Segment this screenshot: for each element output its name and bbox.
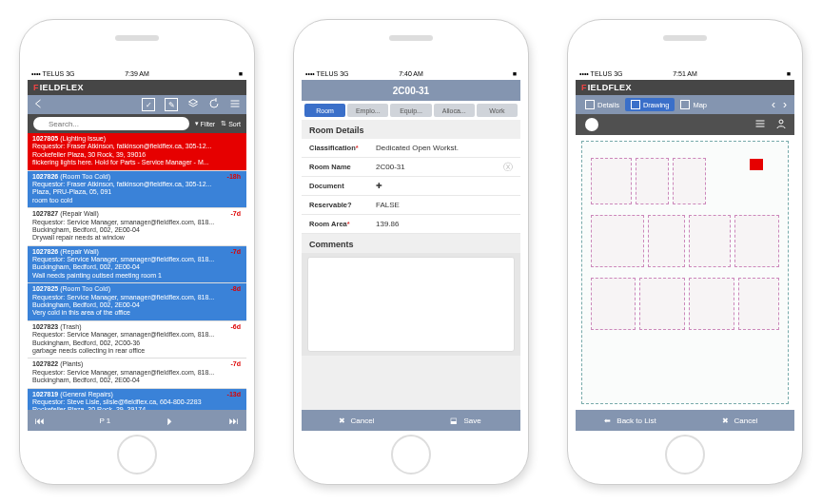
work-order-list[interactable]: 1027805 (Lighting Issue)Requestor: Frase… [28,133,246,410]
drawing-icon [631,100,640,109]
save-icon: ⬓ [450,417,458,425]
details-icon [585,100,595,109]
comments-textarea[interactable] [307,257,515,352]
sort-button[interactable]: ⇅ Sort [221,120,241,127]
close-icon: ✖ [339,417,345,425]
brand-header: FIELDFLEX [576,80,794,95]
work-order-row[interactable]: -7d1027826 (Repair Wall)Requestor: Servi… [28,246,246,284]
floorplan-canvas[interactable] [576,135,794,410]
selected-room-marker[interactable] [750,159,763,170]
tab-work[interactable]: Work [477,104,518,117]
cancel-button[interactable]: ✖Cancel [302,417,411,425]
layers-icon[interactable] [187,98,199,111]
save-button[interactable]: ⬓Save [411,417,520,425]
page-next-icon[interactable]: ⏵ [166,416,175,426]
seg-drawing[interactable]: Drawing [625,98,675,111]
section-room-details: Room Details [302,120,520,139]
ios-status-bar: •••• TELUS 3G7:39 AM■ [28,68,246,80]
search-input[interactable] [33,117,189,130]
tab-room[interactable]: Room [304,104,345,117]
close-icon: ✖ [722,417,729,425]
field-classification[interactable]: Classification*Dedicated Open Workst. [302,139,520,158]
back-icon: ⬅ [604,417,611,425]
ios-status-bar: •••• TELUS 3G7:51 AM■ [576,68,794,80]
chevron-right-icon[interactable]: › [779,98,791,111]
pager-bar: ⏮ P 1 ⏵ ⏭ [28,410,246,431]
field-document[interactable]: Document✚ [302,177,520,196]
map-icon [680,100,690,109]
phone-room-details: •••• TELUS 3G7:40 AM■ 2C00-31 RoomEmplo.… [293,19,529,485]
filter-button[interactable]: ▾ Filter [195,120,216,127]
brand-glyph: F [33,83,39,92]
tab-equip[interactable]: Equip... [390,104,431,117]
ios-status-bar: •••• TELUS 3G7:40 AM■ [302,68,520,80]
chevron-left-icon[interactable]: ‹ [768,98,779,111]
floorplan-footer: ⬅Back to List ✖Cancel [576,410,794,431]
work-order-row[interactable]: -6d1027823 (Trash)Requestor: Service Man… [28,321,246,359]
checklist-icon[interactable]: ✓ [142,98,155,111]
room-form: Classification*Dedicated Open Workst.Roo… [302,139,520,234]
seg-details[interactable]: Details [579,98,625,111]
location-pill[interactable] [585,118,598,131]
brand-header: FIELDFLEX [28,80,246,95]
field-room-name[interactable]: Room Name2C00-31ⓧ [302,158,520,177]
room-title: 2C00-31 [393,86,429,96]
page-first-icon[interactable]: ⏮ [35,416,45,426]
work-order-row[interactable]: -7d1027827 (Repair Wall)Requestor: Servi… [28,208,246,246]
detail-footer: ✖Cancel ⬓Save [302,410,520,431]
search-row: ▾ Filter ⇅ Sort [28,114,246,133]
section-comments: Comments [302,234,520,253]
work-order-row[interactable]: -18h1027826 (Room Too Cold)Requestor: Fr… [28,171,246,209]
edit-icon[interactable]: ✎ [165,98,178,111]
work-order-row[interactable]: -13d1027819 (General Repairs)Requestor: … [28,389,246,410]
refresh-icon[interactable] [208,98,220,111]
field-room-area[interactable]: Room Area*139.86 [302,215,520,234]
user-icon[interactable] [775,118,787,132]
clear-icon[interactable]: ⓧ [503,161,513,174]
menu-icon[interactable] [229,98,241,111]
detail-header: 2C00-31 [302,80,520,101]
back-icon[interactable] [33,98,45,111]
detail-tabs: RoomEmplo...Equip...Alloca...Work [302,101,520,120]
page-last-icon[interactable]: ⏭ [229,416,239,426]
field-reservable-[interactable]: Reservable?FALSE [302,196,520,215]
back-to-list-button[interactable]: ⬅Back to List [576,417,685,425]
view-segment-bar: DetailsDrawingMap ‹ › [576,95,794,114]
location-bar [576,114,794,135]
work-order-row[interactable]: 1027805 (Lighting Issue)Requestor: Frase… [28,133,246,171]
cancel-button[interactable]: ✖Cancel [685,417,794,425]
phone-floorplan: •••• TELUS 3G7:51 AM■ FIELDFLEX DetailsD… [567,19,803,485]
brand-glyph: F [581,83,587,92]
page-indicator: P 1 [99,417,110,425]
tab-alloca[interactable]: Alloca... [434,104,475,117]
main-toolbar: ✓ ✎ [28,95,246,114]
svg-point-0 [779,120,783,124]
hamburger-icon[interactable] [754,118,766,132]
work-order-row[interactable]: -8d1027825 (Room Too Cold)Requestor: Ser… [28,283,246,321]
tab-emplo[interactable]: Emplo... [347,104,388,117]
seg-map[interactable]: Map [675,98,713,111]
phone-work-orders: •••• TELUS 3G7:39 AM■ FIELDFLEX ✓ ✎ ▾ Fi… [19,19,255,485]
work-order-row[interactable]: -7d1027822 (Plants)Requestor: Service Ma… [28,359,246,388]
